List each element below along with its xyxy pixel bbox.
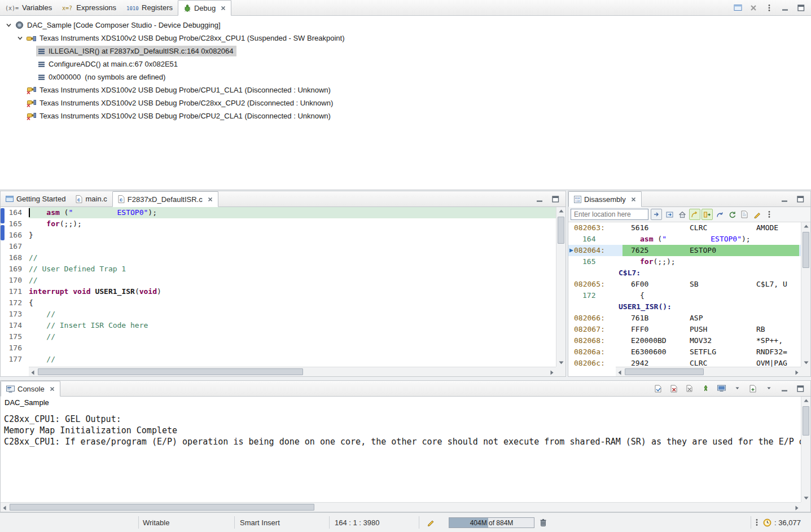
disassembly-row[interactable]: 082066:761BASP [568, 313, 801, 324]
scroll-left-icon[interactable] [618, 370, 621, 375]
dropdown-arrow-icon[interactable] [763, 383, 774, 394]
code-line[interactable]: 165 for(;;); [1, 218, 556, 230]
code-line[interactable]: 172{ [1, 297, 556, 309]
tab-registers[interactable]: 1010 Registers [121, 0, 178, 15]
debug-tree-item[interactable]: ILLEGAL_ISR() at F2837xD_DefaultISR.c:16… [0, 45, 811, 58]
line-number[interactable]: 176 [1, 342, 29, 354]
code-line[interactable]: 166} [1, 230, 556, 241]
code-line[interactable]: 177 // [1, 354, 556, 365]
garbage-collect-icon[interactable] [540, 513, 547, 532]
disassembly-row[interactable]: 08206c:2942CLRCOVM|PAG [568, 358, 801, 367]
disassembly-listing[interactable]: 082063:5616CLRCAMODE164asm (" ESTOP0");0… [568, 222, 801, 367]
debug-tree-item[interactable]: Texas Instruments XDS100v2 USB Debug Pro… [0, 32, 811, 45]
editor-horizontal-scrollbar[interactable] [29, 367, 556, 376]
code-line[interactable]: 176 [1, 342, 556, 354]
link-with-source-icon[interactable] [689, 209, 700, 220]
view-menu-icon[interactable] [764, 209, 775, 220]
disassembly-row[interactable]: C$L7: [568, 267, 801, 279]
close-console-icon[interactable] [668, 383, 680, 394]
scroll-up-icon[interactable] [559, 209, 564, 213]
home-icon[interactable] [677, 209, 688, 220]
scroll-left-icon[interactable] [3, 505, 6, 511]
line-number[interactable]: 171 [1, 286, 29, 297]
debug-tree-item[interactable]: 0x000000 (no symbols are defined) [0, 71, 811, 83]
scroll-right-icon[interactable] [550, 370, 554, 375]
tab-disassembly[interactable]: 010110 Disassembly [568, 191, 642, 207]
code-line[interactable]: 175 // [1, 331, 556, 342]
editor-vertical-scrollbar[interactable] [556, 207, 565, 367]
code-line[interactable]: 167 [1, 241, 556, 252]
disassembly-row[interactable]: 172{ [568, 290, 801, 301]
scroll-down-icon[interactable] [804, 496, 809, 500]
scroll-left-icon[interactable] [31, 370, 34, 375]
code-line[interactable]: 169// User Defined Trap 1 [1, 263, 556, 275]
line-number[interactable]: 175 [1, 331, 29, 342]
disassembly-row[interactable]: 08206a:E6300600SETFLGRNDF32= [568, 346, 801, 358]
line-number[interactable]: 169 [1, 263, 29, 275]
debug-tree-item[interactable]: Texas Instruments XDS100v2 USB Debug Pro… [0, 96, 811, 109]
refresh-icon[interactable] [726, 209, 738, 220]
line-number[interactable]: 177 [1, 354, 29, 365]
tab-debug[interactable]: Debug [178, 0, 231, 16]
link-with-frame-icon[interactable] [702, 209, 713, 220]
view-menu-icon[interactable] [755, 513, 759, 532]
line-number[interactable]: 167 [1, 241, 29, 252]
scroll-right-icon[interactable] [795, 370, 799, 375]
close-icon[interactable] [208, 197, 213, 202]
code-line[interactable]: 170// [1, 275, 556, 286]
code-line[interactable]: 173 // [1, 309, 556, 320]
location-input[interactable] [571, 209, 648, 220]
close-icon[interactable] [631, 197, 636, 202]
scrollbar-thumb[interactable] [10, 504, 314, 511]
code-line[interactable]: 164 asm (" ESTOP0"); [1, 207, 556, 218]
line-number[interactable]: 173 [1, 309, 29, 320]
line-number[interactable]: 174 [1, 320, 29, 331]
scroll-right-icon[interactable] [795, 505, 799, 511]
tab-variables[interactable]: (x)= Variables [0, 0, 57, 15]
maximize-icon[interactable] [795, 383, 806, 394]
code-line[interactable]: 168// [1, 252, 556, 263]
scrollbar-thumb[interactable] [803, 406, 809, 436]
disassembly-row[interactable]: USER1_ISR(): [568, 301, 801, 313]
disassembly-row[interactable]: 082064:7625ESTOP0 [568, 245, 801, 256]
remove-all-icon[interactable] [748, 2, 759, 14]
tab-expressions[interactable]: x=? Expressions [57, 0, 121, 15]
disassembly-row[interactable]: 082063:5616CLRCAMODE [568, 222, 801, 234]
minimize-icon[interactable] [534, 194, 545, 205]
line-number[interactable]: 166 [1, 230, 29, 241]
maximize-icon[interactable] [795, 194, 806, 205]
remove-all-consoles-icon[interactable] [684, 383, 695, 394]
disassembly-vertical-scrollbar[interactable] [801, 222, 810, 367]
scrollbar-thumb[interactable] [803, 232, 809, 268]
open-console-icon[interactable] [747, 383, 759, 394]
scroll-down-icon[interactable] [804, 361, 809, 364]
pin-console-icon[interactable] [700, 383, 711, 394]
view-menu-icon[interactable] [764, 2, 775, 14]
code-line[interactable]: 171interrupt void USER1_ISR(void) [1, 286, 556, 297]
maximize-icon[interactable] [795, 2, 806, 14]
disassembly-row[interactable]: 082067:FFF0PUSHRB [568, 324, 801, 335]
edit-icon[interactable] [751, 209, 762, 220]
minimize-icon[interactable] [779, 194, 790, 205]
debug-tree-item[interactable]: Texas Instruments XDS100v2 USB Debug Pro… [0, 83, 811, 96]
scroll-up-icon[interactable] [804, 225, 809, 228]
line-number[interactable]: 165 [1, 218, 29, 230]
close-icon[interactable] [50, 386, 55, 392]
scrollbar-thumb[interactable] [625, 368, 704, 375]
line-number[interactable]: 164 [1, 207, 29, 218]
disassembly-row[interactable]: 082068:E20000BDMOV32*SP++, [568, 335, 801, 346]
disassembly-row[interactable]: 164asm (" ESTOP0"); [568, 234, 801, 245]
expander-icon[interactable] [3, 22, 14, 28]
console-horizontal-scrollbar[interactable] [1, 502, 801, 512]
tab-defaultisr-c[interactable]: c F2837xD_DefaultISR.c [112, 191, 218, 207]
window-icon[interactable] [732, 2, 743, 14]
new-view-icon[interactable] [739, 209, 750, 220]
console-output[interactable]: C28xx_CPU1: GEL Output:Memory Map Initia… [1, 410, 801, 502]
line-number[interactable]: 168 [1, 252, 29, 263]
dropdown-arrow-icon[interactable] [731, 383, 743, 394]
console-vertical-scrollbar[interactable] [801, 397, 810, 502]
navigate-icon[interactable] [664, 209, 676, 220]
scrollbar-thumb[interactable] [558, 217, 564, 244]
expander-icon[interactable] [15, 35, 25, 41]
heap-status-gauge[interactable]: 404M of 884M [449, 517, 534, 528]
